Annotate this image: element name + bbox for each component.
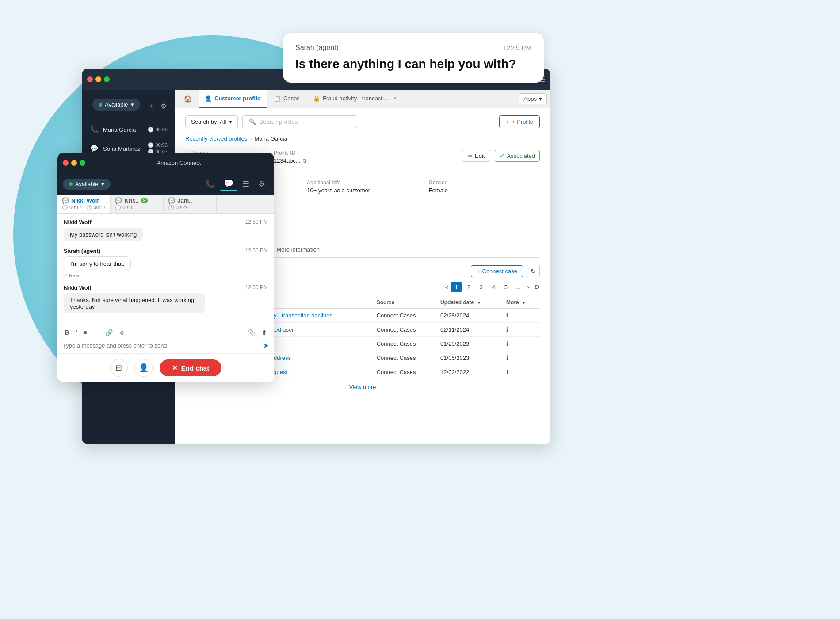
cell-more: ℹ [503,351,540,365]
chat-message: Nikki Wolf 12:50 PM Thanks. Not sure wha… [64,284,268,313]
contact-tab-jam[interactable]: 💬 Jam.. 🕐 00:29 [164,195,217,213]
chat-message: Sarah (agent) 12:50 PM I'm sorry to hear… [64,248,268,278]
breadcrumb-parent[interactable]: Recently viewed profiles [185,135,247,142]
col-updated-date: Updated date ▼ [437,297,503,309]
page-1-button[interactable]: 1 [451,282,462,292]
italic-button[interactable]: I [73,328,79,337]
status-dropdown[interactable]: Available ▾ [92,99,140,111]
contact-name: Jam.. [177,197,192,204]
send-message-button[interactable]: ➤ [263,341,269,350]
emoji-button[interactable]: ☺ [117,328,127,337]
chat-message-input[interactable] [63,342,260,349]
contact-tab-nikki-wolf[interactable]: 💬 Nikki Wolf 🕐 00:17 🕐 00:17 [57,195,111,213]
attachment-button[interactable]: 📎 [246,328,257,337]
chat-toolbar-icons: 📞 💬 ☰ ⚙ [202,177,269,191]
chat-close-btn[interactable] [63,160,69,166]
unordered-list-button[interactable]: — [91,328,101,337]
link-button[interactable]: 🔗 [103,328,115,337]
check-icon: ✔ [500,153,504,159]
sidebar-item-maria-garcia[interactable]: 📞 Maria Garcia 🕐 00:39 [82,121,175,138]
col-source: Source [373,297,437,309]
message-sender: Nikki Wolf [64,219,92,225]
prev-page-button[interactable]: < [444,284,450,290]
x-icon: ✕ [172,364,178,372]
chat-history-button[interactable]: ⊟ [110,359,128,377]
info-icon[interactable]: ℹ [506,312,508,319]
gender-label: Gender [429,180,540,186]
info-icon[interactable]: ℹ [506,340,508,347]
traffic-lights [87,76,110,82]
cell-date: 02/11/2024 [437,323,503,337]
cell-more: ℹ [503,337,540,351]
chat-titlebar: Amazon Connect [57,153,274,173]
plus-icon: + [477,268,480,275]
tab-more-information[interactable]: More information [269,243,327,257]
gender-field: Gender Female [429,180,540,194]
bubble-agent-name: Sarah (agent) [295,44,339,52]
cases-actions: + Connect case ↻ [471,265,540,277]
ordered-list-button[interactable]: ≡ [81,328,88,337]
bold-button[interactable]: B [63,328,71,337]
close-btn[interactable] [87,76,93,82]
settings-icon[interactable]: ⚙ [157,102,170,111]
gender-value: Female [429,187,540,194]
status-arrow: ▾ [131,101,134,108]
apps-button[interactable]: Apps ▾ [519,93,547,104]
cell-source: Connect Cases [373,337,437,351]
tab-cases[interactable]: 📋 Cases [267,90,306,108]
customer-profile-button[interactable]: 👤 [135,359,153,377]
page-4-button[interactable]: 4 [488,282,499,292]
close-fraud-tab[interactable]: ✕ [393,96,397,101]
cell-date: 12/02/2022 [437,365,503,379]
edit-icon: ✏ [468,153,473,159]
connect-case-button[interactable]: + Connect case [471,265,523,277]
chat-toolbar-icon[interactable]: 💬 [220,177,237,191]
table-settings-icon[interactable]: ⚙ [534,283,540,290]
fraud-tab-icon: 🔒 [313,95,320,102]
chat-icon: 💬 [90,145,99,153]
chat-window-title: Amazon Connect [89,160,269,166]
end-chat-button[interactable]: ✕ End chat [160,359,221,376]
add-profile-button[interactable]: + + Profile [499,115,540,128]
info-icon[interactable]: ℹ [506,326,508,333]
edit-profile-button[interactable]: ✏ Edit [462,150,490,162]
send-file-button[interactable]: ⬆ [260,328,269,337]
info-icon[interactable]: ℹ [506,369,508,375]
contact-name: Nikki Wolf [71,197,99,204]
page-5-button[interactable]: 5 [500,282,511,292]
info-icon[interactable]: ℹ [506,355,508,361]
phone-toolbar-icon[interactable]: 📞 [202,177,218,191]
settings-toolbar-icon[interactable]: ⚙ [255,177,269,191]
cell-date: 01/05/2023 [437,351,503,365]
refresh-button[interactable]: ↻ [527,265,540,277]
tab-fraud[interactable]: 🔒 Fraud activity - transacti... ✕ [307,90,403,108]
contact-tab-kris[interactable]: 💬 Kris.. 9 🕐 00:3 [111,195,164,213]
chat-minimize-btn[interactable] [71,160,77,166]
message-bubble: Thanks. Not sure what happened. It was w… [64,293,205,313]
search-profiles-input[interactable]: 🔍 Search profiles [242,115,357,128]
minimize-btn[interactable] [95,76,101,82]
dropdown-arrow-icon: ▾ [229,118,232,125]
maximize-btn[interactable] [104,76,110,82]
tab-customer-profile[interactable]: 👤 Customer profile [199,90,267,108]
chat-format-toolbar: B I ≡ — 🔗 ☺ 📎 ⬆ [57,325,274,340]
cell-more: ℹ [503,323,540,337]
tab-customer-profile-label: Customer profile [214,95,260,102]
additional-info-field: Additional Info 10+ years as a customer [307,180,418,194]
cell-date: 02/28/2024 [437,309,503,323]
breadcrumb: Recently viewed profiles › Maria Garcia [185,135,540,142]
page-3-button[interactable]: 3 [476,282,486,292]
copy-id-icon[interactable]: ⧉ [303,158,307,164]
chat-maximize-btn[interactable] [80,160,85,166]
contact-name: Kris.. [124,197,139,204]
next-page-button[interactable]: > [525,284,531,290]
chat-status-dropdown[interactable]: Available ▾ [63,179,111,190]
tasks-toolbar-icon[interactable]: ☰ [239,177,253,191]
page-2-button[interactable]: 2 [463,282,474,292]
status-label: Available [105,101,128,108]
more-sort-icon: ▼ [522,300,526,305]
search-by-dropdown[interactable]: Search by: All ▾ [185,115,238,128]
sidebar-top-row: Available ▾ + ⚙ [82,95,175,118]
add-contact-icon[interactable]: + [145,102,157,111]
home-tab[interactable]: 🏠 [178,90,198,108]
